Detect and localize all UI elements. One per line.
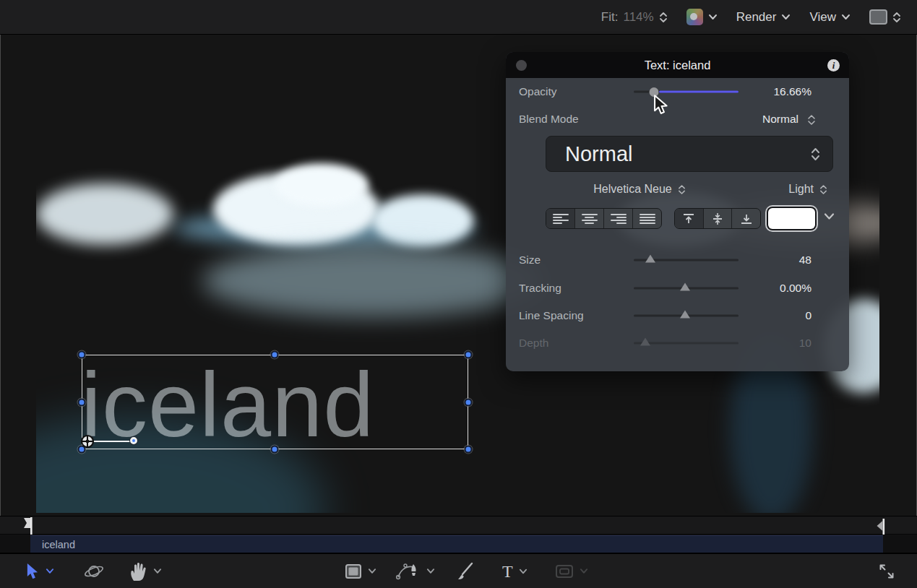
blend-mode-value[interactable]: Normal <box>762 113 798 126</box>
view-menu[interactable]: View <box>809 10 851 25</box>
align-top-icon <box>682 213 695 225</box>
tracking-slider-thumb[interactable] <box>680 283 690 291</box>
mouse-cursor-icon <box>653 95 670 115</box>
bezier-pen-icon <box>396 561 421 581</box>
color-channels-control[interactable] <box>686 9 718 25</box>
fit-value: 114% <box>623 10 653 25</box>
hud-header[interactable]: Text: iceland i <box>506 52 849 78</box>
select-tool[interactable] <box>26 563 54 580</box>
text-align-group <box>546 208 662 229</box>
align-bottom-icon <box>740 213 753 225</box>
align-vcenter-button[interactable] <box>704 209 733 228</box>
select-arrow-icon <box>26 563 40 580</box>
window-layout-control[interactable] <box>869 9 901 25</box>
size-value: 48 <box>799 254 811 267</box>
timeline-in-marker-icon[interactable] <box>23 517 36 535</box>
size-slider-thumb[interactable] <box>645 255 655 263</box>
depth-label: Depth <box>519 337 548 350</box>
orbit-3d-icon <box>83 561 105 581</box>
paintbrush-icon <box>456 562 475 581</box>
selection-handle-top-left[interactable] <box>78 351 86 359</box>
tracking-slider[interactable] <box>634 287 739 290</box>
diagonal-resize-icon <box>877 562 896 581</box>
timeline-out-marker-icon[interactable] <box>876 519 887 535</box>
mask-tool-disabled <box>555 564 588 579</box>
align-center-icon <box>582 214 598 224</box>
font-weight-popup[interactable]: Light <box>788 183 827 196</box>
style-popup[interactable]: Normal <box>546 136 833 172</box>
selection-handle-top-middle[interactable] <box>271 351 279 359</box>
align-vcenter-icon <box>711 212 724 225</box>
view-label: View <box>809 10 836 25</box>
style-popup-value: Normal <box>565 142 632 166</box>
bezier-pen-tool[interactable] <box>396 561 435 581</box>
align-bottom-button[interactable] <box>732 209 760 228</box>
tracking-label: Tracking <box>519 282 561 295</box>
align-top-button[interactable] <box>675 209 704 228</box>
render-menu[interactable]: Render <box>736 10 791 25</box>
align-center-button[interactable] <box>575 209 604 228</box>
fit-label: Fit: <box>601 10 619 25</box>
hand-icon <box>129 561 147 581</box>
paint-stroke-tool[interactable] <box>456 562 475 581</box>
baseline-connector <box>92 441 133 442</box>
mask-shape-icon <box>555 564 574 579</box>
stepper-updown-icon[interactable] <box>659 12 668 23</box>
text-color-swatch[interactable] <box>768 208 815 229</box>
mask-tool-chevron-icon <box>580 568 588 574</box>
hud-close-button[interactable] <box>516 60 527 71</box>
window-layout-icon <box>869 9 887 25</box>
selection-handle-bottom-middle[interactable] <box>271 446 279 454</box>
info-icon[interactable]: i <box>827 59 840 72</box>
line-spacing-label: Line Spacing <box>519 309 584 322</box>
font-family-popup[interactable]: Helvetica Neue <box>571 183 708 196</box>
font-weight-value: Light <box>788 183 814 196</box>
select-tool-chevron-icon <box>46 568 54 574</box>
mini-timeline-marker-strip[interactable] <box>0 516 917 535</box>
depth-value: 10 <box>799 337 811 350</box>
selection-bounding-box[interactable] <box>82 355 468 449</box>
chevron-down-icon <box>708 14 718 20</box>
selection-handle-bottom-right[interactable] <box>465 446 473 454</box>
mini-timeline-layer-row: iceland <box>0 535 917 553</box>
line-spacing-slider-thumb[interactable] <box>680 311 690 319</box>
timeline-layer-label: iceland <box>42 539 75 550</box>
blend-mode-stepper-icon[interactable] <box>807 114 816 126</box>
anchor-point-crosshair-icon[interactable] <box>79 433 95 449</box>
selection-handle-middle-right[interactable] <box>465 399 473 407</box>
transform-3d-tool[interactable] <box>83 561 105 581</box>
baseline-handle[interactable] <box>130 437 137 444</box>
expand-timing-button[interactable] <box>877 562 896 581</box>
justify-button[interactable] <box>633 209 661 228</box>
pan-tool-chevron-icon <box>153 568 162 574</box>
color-channels-icon <box>686 9 703 25</box>
stepper-updown-icon <box>892 12 901 23</box>
app-window: Fit: 114% Render View <box>0 0 917 588</box>
bottom-toolbar: T <box>0 553 917 588</box>
line-spacing-value: 0 <box>805 309 811 322</box>
rectangle-icon <box>345 563 362 579</box>
depth-slider-thumb <box>640 338 650 346</box>
selection-handle-top-right[interactable] <box>465 351 473 359</box>
opacity-value: 16.66% <box>773 85 811 98</box>
zoom-fit-control[interactable]: Fit: 114% <box>601 10 668 25</box>
selection-handle-middle-left[interactable] <box>78 399 86 407</box>
swatch-chevron-down-icon[interactable] <box>824 212 835 220</box>
align-left-icon <box>553 214 569 224</box>
pan-tool[interactable] <box>129 561 162 581</box>
opacity-label: Opacity <box>519 85 557 98</box>
font-family-value: Helvetica Neue <box>593 183 672 196</box>
depth-slider <box>634 342 739 345</box>
text-tool[interactable]: T <box>502 561 528 581</box>
water-reflection-light <box>202 245 542 317</box>
justify-icon <box>640 214 655 224</box>
opacity-slider[interactable] <box>634 91 739 93</box>
rectangle-tool[interactable] <box>345 563 376 579</box>
iceberg-center-peak <box>275 163 369 207</box>
align-right-button[interactable] <box>604 209 633 228</box>
align-left-button[interactable] <box>546 209 575 228</box>
align-right-icon <box>611 214 627 224</box>
line-spacing-slider[interactable] <box>634 315 739 317</box>
timeline-layer-bar[interactable]: iceland <box>30 535 883 553</box>
size-slider[interactable] <box>634 259 739 261</box>
